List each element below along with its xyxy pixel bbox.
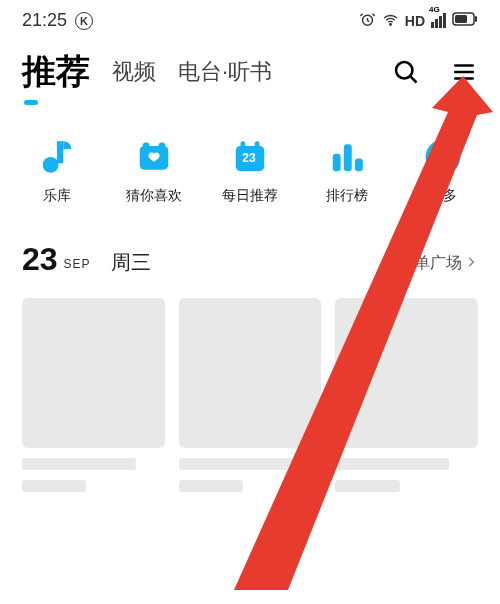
card-title-placeholder [335, 458, 449, 470]
card-image-placeholder [335, 298, 478, 448]
svg-point-18 [432, 154, 438, 160]
quick-label: 乐库 [43, 187, 71, 205]
tab-video[interactable]: 视频 [112, 57, 156, 87]
svg-point-20 [448, 154, 454, 160]
battery-icon [452, 12, 478, 29]
svg-rect-3 [475, 16, 477, 22]
card-title-placeholder [179, 458, 293, 470]
quick-label: 猜你喜欢 [126, 187, 182, 205]
quick-daily-recommend[interactable]: 23 每日推荐 [215, 137, 285, 205]
chevron-right-icon [464, 255, 478, 273]
card-subtitle-placeholder [179, 480, 243, 492]
date-weekday: 周三 [111, 249, 151, 276]
date-month: SEP [64, 257, 91, 271]
svg-rect-4 [455, 15, 467, 23]
svg-point-19 [440, 154, 446, 160]
tab-radio-audiobook[interactable]: 电台·听书 [178, 57, 272, 87]
hd-label: HD [405, 13, 425, 29]
quick-entry-row: 乐库 猜你喜欢 23 每日推荐 排行榜 更多 [0, 103, 500, 223]
calendar-icon: 23 [230, 137, 270, 177]
svg-rect-7 [57, 141, 63, 163]
k-badge-icon: K [75, 12, 93, 30]
svg-rect-14 [332, 154, 340, 171]
svg-point-10 [158, 142, 165, 149]
quick-music-library[interactable]: 乐库 [22, 137, 92, 205]
playlist-cards [0, 286, 500, 504]
quick-rankings[interactable]: 排行榜 [312, 137, 382, 205]
card-image-placeholder [22, 298, 165, 448]
playlist-card[interactable] [335, 298, 478, 492]
search-icon[interactable] [392, 58, 420, 86]
date-day: 23 [22, 241, 58, 278]
alarm-icon [359, 11, 376, 31]
card-subtitle-placeholder [335, 480, 399, 492]
playlist-card[interactable] [179, 298, 322, 492]
status-left: 21:25 K [22, 10, 93, 31]
card-subtitle-placeholder [22, 480, 86, 492]
quick-label: 更多 [429, 187, 457, 205]
card-image-placeholder [179, 298, 322, 448]
tab-recommend[interactable]: 推荐 [22, 49, 90, 95]
signal-icon: 4G [431, 13, 446, 28]
quick-guess-like[interactable]: 猜你喜欢 [119, 137, 189, 205]
date-row: 23 SEP 周三 歌单广场 [0, 223, 500, 286]
status-right: HD 4G [359, 11, 478, 31]
svg-point-9 [142, 142, 149, 149]
quick-label: 每日推荐 [222, 187, 278, 205]
quick-more[interactable]: 更多 [408, 137, 478, 205]
svg-rect-15 [343, 144, 351, 171]
quick-label: 排行榜 [326, 187, 368, 205]
svg-point-1 [390, 23, 391, 24]
status-time: 21:25 [22, 10, 67, 31]
svg-rect-16 [354, 159, 362, 172]
heart-card-icon [134, 137, 174, 177]
svg-point-6 [43, 157, 59, 173]
top-nav: 推荐 视频 电台·听书 [0, 35, 500, 103]
svg-rect-12 [241, 141, 246, 149]
svg-point-5 [396, 62, 412, 78]
playlist-card[interactable] [22, 298, 165, 492]
wifi-icon [382, 11, 399, 31]
card-title-placeholder [22, 458, 136, 470]
music-library-icon [37, 137, 77, 177]
chart-bars-icon [327, 137, 367, 177]
menu-icon[interactable] [450, 58, 478, 86]
status-bar: 21:25 K HD 4G [0, 0, 500, 35]
svg-rect-13 [255, 141, 260, 149]
playlist-square-link[interactable]: 歌单广场 [398, 253, 478, 274]
more-dots-icon [423, 137, 463, 177]
playlist-square-label: 歌单广场 [398, 253, 462, 274]
